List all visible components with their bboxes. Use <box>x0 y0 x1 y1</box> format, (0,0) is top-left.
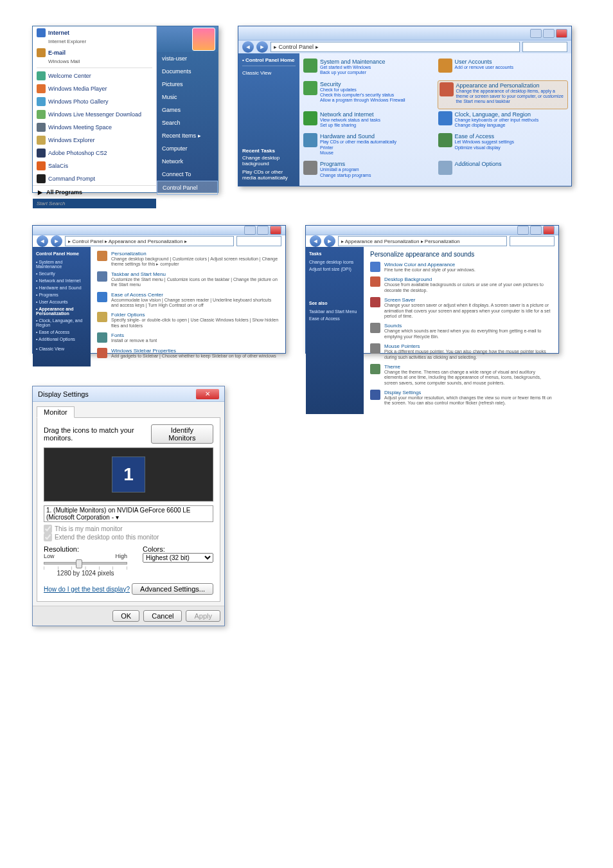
maximize-button[interactable] <box>530 226 542 235</box>
start-right-item[interactable]: Connect To <box>157 168 218 181</box>
side-link[interactable]: • Programs <box>36 291 87 298</box>
close-button[interactable]: ✕ <box>196 389 219 399</box>
category-link[interactable]: Get started with Windows <box>320 65 433 70</box>
side-link[interactable]: • System and Maintenance <box>36 258 87 270</box>
category-title[interactable]: Programs <box>320 161 433 167</box>
category-link[interactable]: Change keyboards or other input methods <box>455 118 568 123</box>
back-button[interactable]: ◄ <box>310 235 321 247</box>
category-link[interactable]: Change the appearance of desktop items, … <box>456 89 567 105</box>
cp-category[interactable]: Security Check for updatesCheck this com… <box>303 81 433 109</box>
start-right-item[interactable]: Documents <box>157 65 218 78</box>
start-right-item[interactable]: Network <box>157 155 218 168</box>
cp-category[interactable]: Appearance and Personalization Change th… <box>438 81 568 109</box>
category-title[interactable]: Additional Options <box>455 161 568 167</box>
pz-item[interactable]: Folder OptionsSpecify single- or double-… <box>97 312 279 329</box>
cp-category[interactable]: Clock, Language, and Region Change keybo… <box>438 111 568 131</box>
start-item[interactable]: Command Prompt <box>33 172 156 185</box>
start-search-input[interactable]: Start Search <box>33 199 156 208</box>
minimize-button[interactable] <box>244 226 256 235</box>
side-link[interactable]: • Network and Internet <box>36 277 87 284</box>
pz-item[interactable]: Ease of Access CenterAccommodate low vis… <box>97 292 279 309</box>
pz-item[interactable]: ThemeChange the theme. Themes can change… <box>370 364 552 386</box>
colors-dropdown[interactable]: Highest (32 bit) <box>143 553 213 563</box>
back-button[interactable]: ◄ <box>37 235 48 247</box>
category-link[interactable]: Back up your computer <box>320 70 433 75</box>
pz-item[interactable]: Screen SaverChange your screen saver or … <box>370 297 552 319</box>
monitor-arrangement-area[interactable]: 1 <box>44 448 213 502</box>
category-link[interactable]: Change display language <box>455 123 568 128</box>
category-title[interactable]: System and Maintenance <box>320 59 433 65</box>
pz-item[interactable]: Windows Sidebar PropertiesAdd gadgets to… <box>97 348 279 359</box>
search-input[interactable] <box>522 42 567 52</box>
start-item[interactable]: Windows Photo Gallery <box>33 95 156 108</box>
category-title[interactable]: Network and Internet <box>320 111 433 118</box>
close-button[interactable] <box>270 226 281 235</box>
category-link[interactable]: Set up file sharing <box>320 123 433 128</box>
category-link[interactable]: Play CDs or other media automatically <box>320 140 433 145</box>
pz-item[interactable]: Window Color and AppearanceFine tune the… <box>370 262 552 273</box>
seealso-link[interactable]: Taskbar and Start Menu <box>309 308 360 315</box>
category-link[interactable]: Allow a program through Windows Firewall <box>320 98 433 103</box>
category-link[interactable]: Add or remove user accounts <box>455 65 568 70</box>
minimize-button[interactable] <box>517 226 529 235</box>
back-button[interactable]: ◄ <box>242 41 254 53</box>
category-link[interactable]: Check for updates <box>320 87 433 93</box>
address-bar[interactable]: ▸ Control Panel ▸ <box>271 42 520 52</box>
forward-button[interactable]: ► <box>256 41 268 53</box>
cp-category[interactable]: Network and Internet View network status… <box>303 111 433 131</box>
start-right-item[interactable]: Control Panel <box>157 181 218 195</box>
minimize-button[interactable] <box>530 29 542 38</box>
search-input[interactable] <box>510 236 555 246</box>
category-link[interactable]: Uninstall a program <box>320 167 433 172</box>
start-right-item[interactable]: Recent Items ▸ <box>157 129 218 142</box>
start-right-item[interactable]: Pictures <box>157 78 218 91</box>
close-button[interactable] <box>543 226 555 235</box>
category-title[interactable]: User Accounts <box>455 59 568 65</box>
recent-task-link[interactable]: Play CDs or other media automatically <box>242 168 297 182</box>
side-link[interactable]: • Clock, Language, and Region <box>36 317 87 329</box>
cp-category[interactable]: Additional Options <box>438 161 568 181</box>
start-right-item[interactable]: Computer <box>157 142 218 155</box>
pz-item[interactable]: PersonalizationChange desktop background… <box>97 251 279 267</box>
category-link[interactable]: Printer <box>320 145 433 150</box>
cp-category[interactable]: System and Maintenance Get started with … <box>303 59 433 78</box>
pz-item[interactable]: Desktop BackgroundChoose from available … <box>370 276 552 293</box>
side-link[interactable]: • Ease of Access <box>36 329 87 336</box>
forward-button[interactable]: ► <box>324 235 335 247</box>
cp-category[interactable]: Programs Uninstall a programChange start… <box>303 161 433 181</box>
pz-item[interactable]: SoundsChange which sounds are heard when… <box>370 323 552 339</box>
cp-category[interactable]: Ease of Access Let Windows suggest setti… <box>438 133 568 158</box>
address-bar[interactable]: ▸ Appearance and Personalization ▸ Perso… <box>338 236 507 246</box>
maximize-button[interactable] <box>543 29 555 38</box>
pz-item[interactable]: Mouse PointersPick a different mouse poi… <box>370 343 552 360</box>
start-item[interactable]: Welcome Center <box>33 69 156 82</box>
cp-home-link[interactable]: Control Panel Home <box>36 250 87 257</box>
all-programs[interactable]: ▶ All Programs <box>33 185 156 199</box>
start-item[interactable]: Windows Meeting Space <box>33 121 156 134</box>
cp-home-link[interactable]: • Control Panel Home <box>242 57 296 66</box>
maximize-button[interactable] <box>257 226 269 235</box>
apply-button[interactable]: Apply <box>186 610 220 622</box>
side-link[interactable]: • Appearance and Personalization <box>36 305 87 317</box>
start-right-item[interactable]: Default Programs <box>157 195 218 208</box>
category-link[interactable]: Change startup programs <box>320 173 433 178</box>
cp-category[interactable]: User Accounts Add or remove user account… <box>438 59 568 78</box>
classic-view-link[interactable]: Classic View <box>242 69 296 77</box>
monitor-device-dropdown[interactable]: 1. (Multiple Monitors) on NVIDIA GeForce… <box>44 505 213 522</box>
cancel-button[interactable]: Cancel <box>143 610 182 622</box>
start-item[interactable]: SalaCis <box>33 159 156 172</box>
forward-button[interactable]: ► <box>51 235 62 247</box>
side-link[interactable]: • User Accounts <box>36 298 87 305</box>
ok-button[interactable]: OK <box>112 610 139 622</box>
side-link[interactable]: • Hardware and Sound <box>36 284 87 291</box>
category-title[interactable]: Ease of Access <box>455 133 568 140</box>
recent-task-link[interactable]: Change desktop background <box>242 154 297 168</box>
category-link[interactable]: View network status and tasks <box>320 118 433 123</box>
side-link[interactable]: Adjust font size (DPI) <box>309 266 360 273</box>
pz-item[interactable]: Display SettingsAdjust your monitor reso… <box>370 390 552 406</box>
side-link[interactable]: • Security <box>36 270 87 277</box>
start-right-item[interactable]: vista-user <box>157 52 218 65</box>
cp-category[interactable]: Hardware and Sound Play CDs or other med… <box>303 133 433 158</box>
identify-monitors-button[interactable]: Identify Monitors <box>151 424 213 444</box>
close-button[interactable] <box>556 29 567 38</box>
